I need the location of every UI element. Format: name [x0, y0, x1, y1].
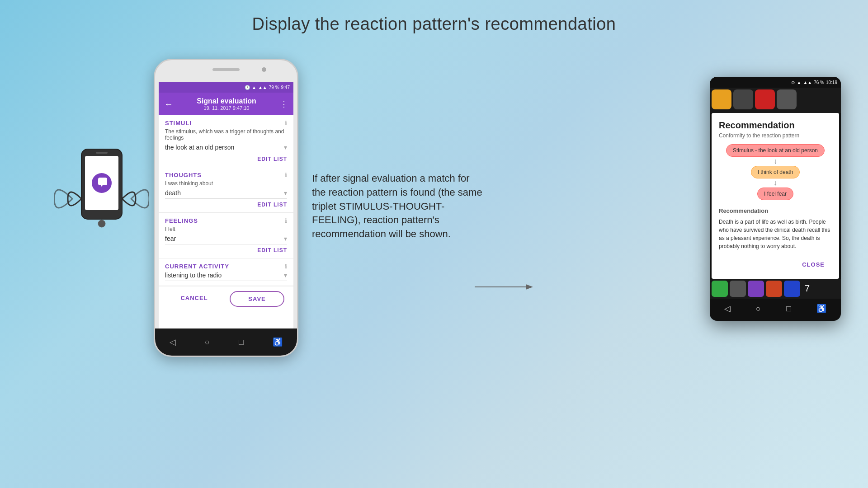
bg-apps-strip: [710, 88, 841, 113]
rec-status-signal-icon: ▲▲: [803, 80, 812, 85]
thoughts-info-icon[interactable]: ℹ: [285, 172, 287, 178]
current-activity-label: CURRENT ACTIVITY: [165, 263, 229, 270]
rec-status-battery: 76 %: [814, 80, 824, 85]
current-activity-value-row: listening to the radio ▾: [165, 272, 287, 281]
back-button[interactable]: ←: [164, 99, 173, 109]
svg-point-3: [98, 220, 105, 227]
nav-home-icon[interactable]: ○: [205, 338, 210, 347]
rec-chain: Stimulus - the look at an old person ↓ I…: [719, 144, 832, 200]
stimuli-section: STIMULI ℹ The stimulus, which was a trig…: [159, 115, 293, 167]
feelings-edit-list-button[interactable]: EDIT LIST: [165, 247, 287, 253]
status-battery: 79 %: [269, 85, 279, 90]
thoughts-value-row: death ▾: [165, 189, 287, 199]
app-header: ← Signal evaluation 19. 11. 2017 9:47:10…: [159, 93, 293, 115]
rec-close-button[interactable]: CLOSE: [719, 258, 832, 272]
bg-app-icon-8: [766, 281, 782, 297]
rec-nav-back-icon[interactable]: ◁: [724, 304, 731, 314]
decorative-phone-illustration: [54, 140, 149, 258]
app-title: Signal evaluation: [197, 97, 256, 105]
thoughts-label: THOUGHTS: [165, 172, 202, 178]
app-subtitle: 19. 11. 2017 9:47:10: [197, 105, 256, 111]
status-bar: 🕐 ▲ ▲▲ 79 % 9:47: [159, 82, 293, 93]
rec-recommendation-label: Recommendation: [719, 207, 832, 214]
feelings-value-row: fear ▾: [165, 235, 287, 244]
bg-app-icon-5: [712, 281, 728, 297]
page-title: Display the reaction pattern's recommend…: [0, 0, 868, 34]
rec-thought-bubble: I think of death: [751, 166, 800, 178]
bg-app-icon-1: [712, 89, 731, 109]
rec-chain-arrow-1: ↓: [774, 158, 777, 165]
nav-back-icon[interactable]: ◁: [170, 337, 176, 347]
bg-app-label: 7: [802, 281, 812, 297]
phone-screen: 🕐 ▲ ▲▲ 79 % 9:47 ← Signal evaluation 19.…: [159, 82, 293, 328]
rec-dialog-title: Recommendation: [719, 120, 832, 131]
status-signal-icon: ▲▲: [258, 85, 267, 90]
phone-speaker: [212, 68, 240, 71]
app-content: STIMULI ℹ The stimulus, which was a trig…: [159, 115, 293, 328]
feelings-value: fear: [165, 235, 176, 242]
rec-status-wifi-icon: ▲: [797, 80, 801, 85]
rec-nav-bar: ◁ ○ □ ♿: [712, 299, 839, 319]
nav-accessibility-icon[interactable]: ♿: [273, 337, 283, 347]
current-activity-header: CURRENT ACTIVITY ℹ: [165, 263, 287, 270]
bg-app-icon-4: [777, 89, 797, 109]
bg-app-icon-9: [784, 281, 800, 297]
stimuli-description: The stimulus, which was a trigger of tho…: [165, 128, 287, 141]
nav-recents-icon[interactable]: □: [239, 338, 244, 347]
rec-nav-accessibility-icon[interactable]: ♿: [816, 304, 826, 314]
thoughts-header: THOUGHTS ℹ: [165, 172, 287, 178]
phone-nav-bar: ◁ ○ □ ♿: [155, 328, 297, 356]
explanation-text: If after signal evaluation a match for t…: [312, 172, 484, 241]
bg-app-icon-2: [733, 89, 753, 109]
recommendation-phone-mockup: ⊙ ▲ ▲▲ 76 % 10:19 Recommendation Conform…: [710, 77, 841, 321]
thoughts-section: THOUGHTS ℹ I was thinking about death ▾ …: [159, 167, 293, 213]
current-activity-dropdown-icon[interactable]: ▾: [284, 272, 287, 279]
rec-status-bar: ⊙ ▲ ▲▲ 76 % 10:19: [710, 77, 841, 88]
thoughts-value: death: [165, 189, 181, 197]
bg-app-icon-6: [730, 281, 746, 297]
rec-conformity-label: Conformity to the reaction pattern: [719, 132, 832, 139]
bottom-buttons-bar: CANCEL SAVE: [159, 286, 293, 311]
bg-app-icon-3: [755, 89, 775, 109]
cancel-button[interactable]: CANCEL: [168, 291, 221, 307]
menu-button[interactable]: ⋮: [280, 99, 288, 109]
feelings-dropdown-icon[interactable]: ▾: [284, 235, 287, 242]
feelings-header: FEELINGS ℹ: [165, 217, 287, 224]
rec-recommendation-text: Death is a part of life as well as birth…: [719, 218, 832, 250]
feelings-label: FEELINGS: [165, 217, 198, 224]
current-activity-section: CURRENT ACTIVITY ℹ listening to the radi…: [159, 258, 293, 286]
stimuli-edit-list-button[interactable]: EDIT LIST: [165, 156, 287, 162]
arrow-illustration: [475, 278, 538, 296]
stimuli-info-icon[interactable]: ℹ: [285, 120, 287, 127]
thoughts-dropdown-icon[interactable]: ▾: [284, 189, 287, 197]
stimuli-label: STIMULI: [165, 120, 192, 127]
feelings-prefix: I felt: [165, 226, 287, 232]
thoughts-edit-list-button[interactable]: EDIT LIST: [165, 202, 287, 208]
app-header-title-block: Signal evaluation 19. 11. 2017 9:47:10: [197, 97, 256, 111]
main-phone-mockup: 🕐 ▲ ▲▲ 79 % 9:47 ← Signal evaluation 19.…: [154, 59, 298, 357]
rec-chain-arrow-2: ↓: [774, 179, 777, 187]
current-activity-info-icon[interactable]: ℹ: [285, 263, 287, 270]
thoughts-prefix: I was thinking about: [165, 180, 287, 187]
save-button[interactable]: SAVE: [230, 291, 284, 307]
current-activity-value: listening to the radio: [165, 272, 222, 279]
rec-feeling-bubble: I feel fear: [757, 188, 793, 200]
rec-nav-recents-icon[interactable]: □: [786, 304, 791, 314]
feelings-info-icon[interactable]: ℹ: [285, 217, 287, 224]
rec-status-clock-icon: ⊙: [791, 80, 795, 85]
recommendation-dialog: Recommendation Conformity to the reactio…: [712, 113, 839, 279]
rec-stimulus-bubble: Stimulus - the look at an old person: [726, 144, 825, 157]
stimuli-dropdown-icon[interactable]: ▾: [284, 144, 287, 151]
svg-rect-4: [96, 152, 108, 154]
stimuli-value: the look at an old person: [165, 144, 234, 151]
bg-app-icon-7: [748, 281, 764, 297]
phone-camera: [262, 67, 266, 72]
rec-status-time: 10:19: [826, 80, 837, 85]
rec-nav-home-icon[interactable]: ○: [756, 304, 761, 314]
bg-apps-strip-bottom: 7: [710, 279, 841, 299]
status-wifi-icon: ▲: [252, 85, 256, 90]
feelings-section: FEELINGS ℹ I felt fear ▾ EDIT LIST: [159, 213, 293, 258]
stimuli-value-row: the look at an old person ▾: [165, 144, 287, 153]
stimuli-header: STIMULI ℹ: [165, 120, 287, 127]
status-clock-icon: 🕐: [245, 85, 250, 90]
